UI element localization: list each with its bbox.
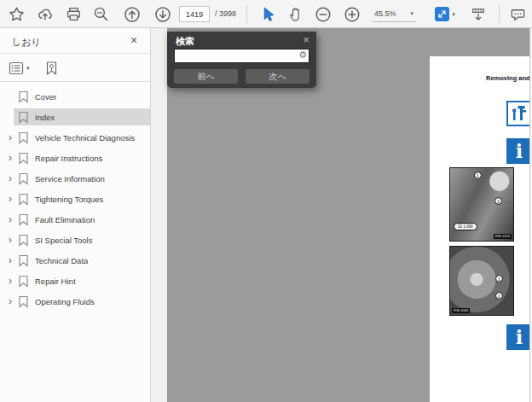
panel-resize-gutter[interactable]: [151, 28, 167, 402]
pdf-page: Removing and installing/replacing expand…: [430, 56, 532, 402]
previous-page-button[interactable]: [121, 3, 143, 25]
options-list-icon: [9, 61, 24, 75]
chevron-right-icon[interactable]: ›: [4, 276, 16, 286]
chevron-down-icon: ▾: [26, 65, 30, 72]
chevron-right-icon[interactable]: ›: [4, 173, 16, 184]
bookmark-icon: [18, 295, 29, 308]
page-scrolling-button[interactable]: [467, 3, 489, 25]
chevron-right-icon[interactable]: ›: [4, 194, 16, 204]
next-page-button[interactable]: [152, 3, 174, 25]
favorite-star-button[interactable]: [5, 3, 27, 25]
bookmark-item-vehicle-technical-diagnosis[interactable]: › Vehicle Technical Diagnosis: [0, 127, 150, 148]
bookmark-icon: [18, 131, 29, 144]
print-button[interactable]: [62, 3, 84, 25]
search-input-wrap: ⚙: [174, 49, 309, 63]
info-icon: i: [506, 138, 532, 164]
comment-button[interactable]: [506, 3, 529, 25]
search-icon: [93, 6, 109, 22]
callout-1: 1: [474, 172, 482, 179]
bookmark-item-index[interactable]: Index: [0, 107, 150, 127]
tool-number-label: 32 1 090: [454, 223, 477, 230]
figure-reference: R36 1453: [494, 234, 512, 239]
page-up-icon: [124, 6, 141, 23]
bookmark-icon: [18, 254, 29, 267]
cloud-upload-button[interactable]: [34, 3, 56, 25]
bookmark-item-technical-data[interactable]: › Technical Data: [0, 250, 150, 271]
bookmark-item-fault-elimination[interactable]: › Fault Elimination: [0, 209, 150, 230]
cloud-upload-icon: [37, 6, 54, 22]
top-toolbar: / 3998 45.5% ▾ ▾: [0, 0, 532, 28]
chevron-right-icon[interactable]: ›: [4, 255, 16, 265]
search-previous-button[interactable]: 前へ: [174, 69, 238, 84]
bookmark-item-repair-instructions[interactable]: › Repair Instructions: [0, 148, 150, 168]
bookmarks-panel-title: しおり: [12, 36, 41, 49]
chevron-down-icon: ▾: [410, 10, 413, 17]
bookmark-item-cover[interactable]: Cover: [0, 86, 150, 107]
callout-2: 2: [495, 292, 503, 300]
search-input[interactable]: [176, 50, 295, 61]
bookmark-icon: [18, 152, 29, 165]
star-icon: [9, 6, 25, 22]
page-down-icon: [154, 6, 171, 23]
new-bookmark-icon: [44, 61, 59, 76]
bookmark-item-si-special-tools[interactable]: › SI Special Tools: [0, 230, 150, 250]
figure-brake-disc-photo: 1 2 R36 0063: [449, 246, 514, 316]
fit-page-icon: [435, 7, 449, 21]
page-number-input[interactable]: [179, 6, 210, 22]
figure-brake-adjuster-photo: 1 2 32 1 090 R36 1453: [449, 167, 514, 242]
figure-reference: R36 0063: [452, 308, 470, 313]
bookmark-icon: [18, 275, 29, 288]
toolbar-divider: [246, 5, 247, 23]
bookmarks-panel: しおり × ▾ Cover Index: [0, 28, 151, 402]
selected-highlight: [14, 108, 150, 125]
hand-tool-icon: [287, 6, 304, 22]
bookmark-options-button[interactable]: ▾: [9, 58, 30, 79]
hand-tool-button[interactable]: [284, 3, 306, 25]
comment-icon: [510, 6, 526, 22]
search-popup: 検索 × ⚙ 前へ 次へ: [167, 32, 316, 88]
scrolling-mode-icon: [470, 6, 487, 22]
print-icon: [66, 6, 82, 22]
bookmark-item-tightening-torques[interactable]: › Tightening Torques: [0, 189, 150, 209]
page-total-label: / 3998: [215, 9, 236, 18]
chevron-down-icon: ▾: [452, 11, 455, 18]
chevron-right-icon[interactable]: ›: [4, 235, 16, 245]
zoom-in-icon: [344, 6, 361, 23]
info-icon: i: [506, 324, 532, 350]
chevron-right-icon[interactable]: ›: [4, 132, 16, 143]
search-close-button[interactable]: ×: [303, 33, 309, 46]
zoom-in-button[interactable]: [341, 3, 363, 25]
special-tools-icon: [506, 101, 532, 126]
bookmark-icon: [18, 90, 29, 103]
zoom-level-value: 45.5%: [374, 9, 396, 18]
zoom-out-button[interactable]: [312, 3, 334, 25]
search-next-button[interactable]: 次へ: [246, 69, 309, 84]
gear-icon[interactable]: ⚙: [298, 50, 307, 61]
cursor-arrow-icon: [260, 6, 276, 22]
bookmark-icon: [18, 111, 29, 124]
chevron-right-icon[interactable]: ›: [4, 214, 16, 224]
new-bookmark-button[interactable]: [44, 58, 59, 79]
select-tool-button[interactable]: [257, 3, 279, 25]
zoom-level-dropdown[interactable]: 45.5% ▾: [372, 6, 416, 22]
acrobat-window: / 3998 45.5% ▾ ▾: [0, 0, 532, 402]
bookmarks-toolbar: ▾: [0, 54, 150, 82]
bookmark-icon: [18, 213, 29, 226]
toolbar-divider: [499, 5, 500, 23]
bookmark-item-operating-fluids[interactable]: › Operating Fluids: [0, 291, 150, 312]
zoom-out-icon: [315, 6, 332, 23]
bookmark-item-service-information[interactable]: › Service Information: [0, 168, 150, 189]
callout-2: 2: [494, 197, 502, 205]
bookmarks-list: Cover Index › Vehicle Technical Diagnosi…: [0, 82, 150, 312]
search-popup-title: 検索: [176, 35, 194, 48]
bookmark-icon: [18, 234, 29, 247]
chevron-right-icon[interactable]: ›: [4, 296, 16, 306]
fit-page-button[interactable]: ▾: [431, 3, 460, 25]
chevron-right-icon[interactable]: ›: [4, 153, 16, 163]
bookmark-icon: [18, 172, 29, 185]
bookmark-item-repair-hint[interactable]: › Repair Hint: [0, 271, 150, 291]
bookmark-icon: [18, 193, 29, 206]
bookmarks-header: しおり ×: [0, 28, 150, 54]
find-button[interactable]: [90, 3, 112, 25]
close-panel-button[interactable]: ×: [126, 33, 142, 47]
